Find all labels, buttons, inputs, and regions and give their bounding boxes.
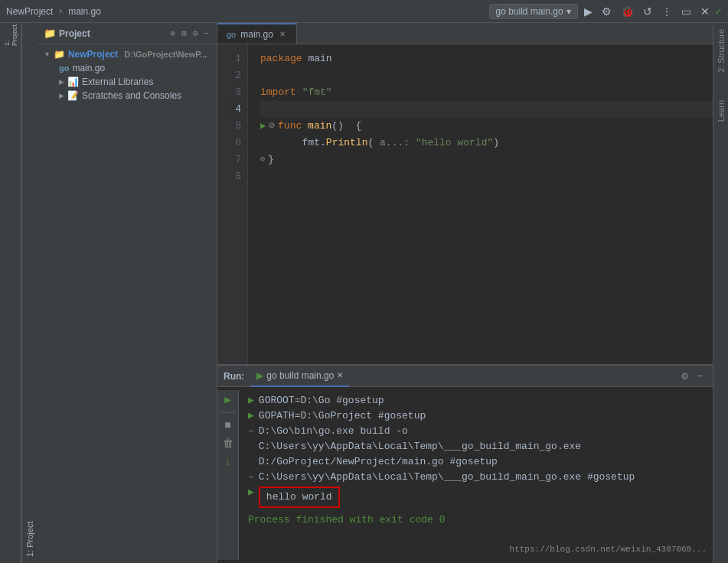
minimize-output-icon[interactable]: − [694,369,707,384]
folder-icon: 📁 [44,28,56,40]
code-line-3: import "fmt" [260,84,713,101]
chevron-right-icon: ▶ [59,78,64,86]
run-output: ▶ ■ 🗑 ↓ ▶ GOROOT=D:\Go #gosetup ▶ GOPATH… [217,387,713,563]
project-panel-label[interactable]: 1: Project [21,23,38,563]
run-content[interactable]: ▶ GOROOT=D:\Go #gosetup ▶ GOPATH=D:\GoPr… [239,390,713,560]
run-config-dropdown[interactable]: go build main.go ▾ [489,4,578,19]
go-file-icon: go [59,63,69,73]
main-layout: 1: Project 1: Project 📁 Project ⊕ ⊞ ⚙ − … [0,23,728,563]
code-line-7: ⊘ } [260,151,713,168]
run-output-line-5: ▶ hello world [248,485,704,509]
tab-close-icon[interactable]: ✕ [278,28,287,40]
debug-button[interactable]: 🐞 [618,4,637,19]
editor-tab-main-go[interactable]: go main.go ✕ [217,23,297,44]
run-output-line-1: ▶ GOROOT=D:\Go #gosetup [248,393,704,408]
line-num-2: 2 [217,67,247,84]
structure-tab[interactable]: 2: Structure [715,23,727,79]
chevron-right-icon: ▶ [59,92,64,99]
tree-item-scratches[interactable]: ▶ 📝 Scratches and Consoles [38,89,217,103]
run-sidebar: ▶ ■ 🗑 ↓ [217,390,239,560]
code-line-6: fmt.Println( a...: "hello world") [260,135,713,151]
code-editor[interactable]: 1 2 3 4 5 6 7 8 package main [217,44,713,364]
project-root-path: D:\GoProject\NewP... [124,50,207,59]
output-text-4: C:\Users\yy\AppData\Local\Temp\___go_bui… [259,470,635,485]
editor-area: go main.go ✕ 1 2 3 4 5 6 7 8 [217,23,713,364]
url-text: https://blog.csdn.net/weixin_4387068... [510,542,707,557]
run-output-line-4: – C:\Users\yy\AppData\Local\Temp\___go_b… [248,470,704,485]
scratch-icon: 📝 [67,90,79,101]
new-folder-icon[interactable]: ⊞ [180,27,188,40]
run-output-line-3: – D:\Go\bin\go.exe build -o C:\Users\yy\… [248,424,704,470]
learn-tab[interactable]: Learn [715,94,727,128]
library-icon: 📊 [67,76,79,87]
close-button[interactable]: ✕ [697,4,713,19]
panel-title: Project [59,28,90,39]
project-panel-header: 📁 Project ⊕ ⊞ ⚙ − [38,23,217,44]
new-file-icon[interactable]: ⊕ [169,27,178,40]
code-line-5: ▶ ⊘ func main() { [260,118,713,135]
scratches-label: Scratches and Consoles [82,90,181,101]
line-num-8: 8 [217,168,247,185]
run-tab-close-icon[interactable]: ✕ [337,371,343,379]
chevron-down-icon: ▾ [566,6,571,17]
run-again-icon[interactable]: ▶ [224,393,230,406]
code-line-2 [260,67,713,84]
more-button[interactable]: ⋮ [658,4,675,19]
output-text-1: GOROOT=D:\Go #gosetup [259,393,384,408]
main-go-label: main.go [72,63,105,73]
breadcrumb-project: NewProject [6,6,53,17]
settings-icon[interactable]: ⚙ [191,27,200,40]
folder-icon: 📁 [54,49,65,60]
output-text-2: GOPATH=D:\GoProject #gosetup [259,408,426,424]
right-sidebar: 2: Structure Learn [713,23,728,563]
line-num-4: 4 [217,101,247,118]
tab-bar: go main.go ✕ [217,23,713,44]
tree-item-external-libs[interactable]: ▶ 📊 External Libraries [38,75,217,89]
exit-code-text: Process finished with exit code 0 [248,513,445,528]
run-config-label: go build main.go [496,6,563,17]
sidebar-icon-strip: 1: Project [0,23,21,563]
line-numbers: 1 2 3 4 5 6 7 8 [217,44,248,364]
tree-item-main-go[interactable]: go main.go [38,61,217,75]
stop-icon[interactable]: ■ [224,419,230,431]
separator [220,412,236,413]
run-tab-label: go build main.go [266,370,334,381]
minimize-button[interactable]: ▭ [678,4,694,19]
settings-icon[interactable]: ⚙ [678,368,690,384]
run-output-line-2: ▶ GOPATH=D:\GoProject #gosetup [248,408,704,424]
line-num-7: 7 [217,151,247,168]
run-line-arrow-icon: ▶ [260,118,266,135]
code-line-4 [260,101,713,118]
bottom-tab-run[interactable]: ▶ go build main.go ✕ [250,366,349,387]
build-button[interactable]: ⚙ [599,4,615,19]
code-line-8 [260,168,713,185]
tab-go-icon: go [227,30,236,39]
tree-item-root[interactable]: ▼ 📁 NewProject D:\GoProject\NewP... [38,47,217,61]
chevron-down-icon: ▼ [44,50,51,58]
line-num-6: 6 [217,135,247,151]
code-content[interactable]: package main import "fmt" ▶ ⊘ func main( [248,44,713,364]
run-label: Run: [224,371,244,382]
line-num-1: 1 [217,50,247,67]
line-num-5: 5 [217,118,247,135]
scroll-end-icon[interactable]: ↓ [224,456,230,468]
close-panel-icon[interactable]: − [202,28,211,40]
coverage-button[interactable]: ↺ [640,4,655,19]
bottom-panel: Run: ▶ go build main.go ✕ ⚙ − ▶ ■ 🗑 ↓ [217,364,713,563]
line-num-3: 3 [217,84,247,101]
run-button[interactable]: ▶ [581,4,596,19]
tab-label: main.go [240,29,273,40]
project-root-name: NewProject [68,49,118,60]
run-output-line-6: Process finished with exit code 0 [248,513,704,528]
project-tree: ▼ 📁 NewProject D:\GoProject\NewP... go m… [38,44,217,563]
bottom-tab-bar: Run: ▶ go build main.go ✕ ⚙ − [217,366,713,387]
output-text-3: D:\Go\bin\go.exe build -o C:\Users\yy\Ap… [259,424,704,470]
editor-and-bottom: go main.go ✕ 1 2 3 4 5 6 7 8 [217,23,713,563]
status-check-icon: ✓ [716,5,722,18]
project-panel: 📁 Project ⊕ ⊞ ⚙ − ▼ 📁 NewProject D:\GoPr… [38,23,217,563]
breadcrumb-file: main.go [68,6,101,17]
top-bar: NewProject › main.go go build main.go ▾ … [0,0,728,23]
external-libs-label: External Libraries [82,76,153,87]
trash-icon[interactable]: 🗑 [223,438,233,450]
sidebar-icon-project[interactable]: 1: Project [2,26,20,44]
